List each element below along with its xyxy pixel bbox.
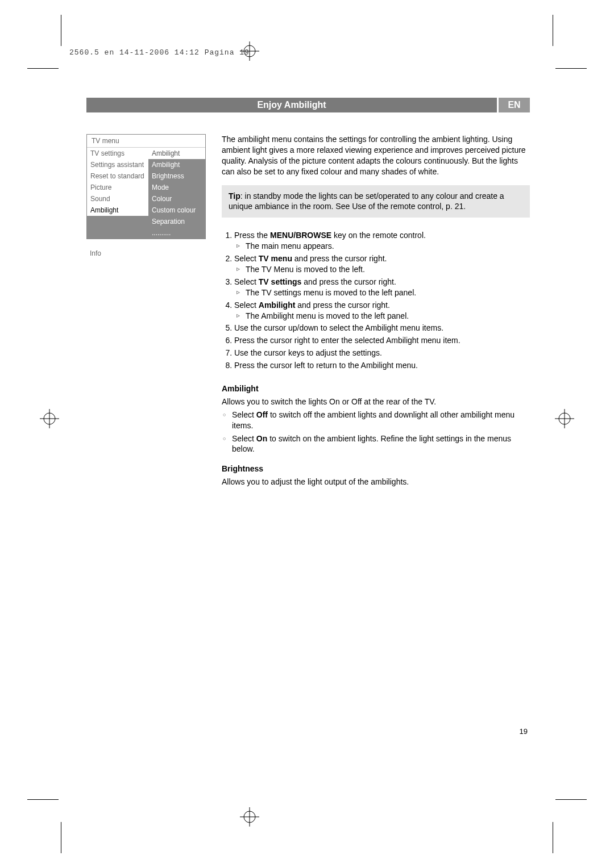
registration-mark-icon xyxy=(240,807,259,827)
info-label: Info xyxy=(90,249,206,257)
menu-item-ambilight-selected: Ambilight xyxy=(87,205,148,216)
submenu-item-more: .......... xyxy=(148,227,205,239)
step-1: Press the MENU/BROWSE key on the remote … xyxy=(234,230,530,252)
section-brightness-title: Brightness xyxy=(222,464,530,474)
submenu-item-mode: Mode xyxy=(148,182,205,193)
submenu-item-brightness: Brightness xyxy=(148,170,205,182)
step-3: Select TV settings and press the cursor … xyxy=(234,277,530,298)
step-4: Select Ambilight and press the cursor ri… xyxy=(234,300,530,322)
menu-item-reset: Reset to standard xyxy=(87,170,148,182)
opt-off: Select Off to switch off the ambient lig… xyxy=(232,410,530,431)
submenu-header: Ambilight xyxy=(148,148,205,159)
section-brightness-intro: Allows you to adjust the light output of… xyxy=(222,477,530,487)
ambilight-options: Select Off to switch off the ambient lig… xyxy=(222,410,530,455)
section-ambilight-title: Ambilight xyxy=(222,383,530,394)
language-tag: EN xyxy=(499,98,530,112)
step-2: Select TV menu and press the cursor righ… xyxy=(234,253,530,275)
tip-box: Tip: in standby mode the lights can be s… xyxy=(222,185,530,218)
menu-empty xyxy=(87,227,148,239)
step-7: Use the cursor keys to adjust the settin… xyxy=(234,348,530,358)
menu-item-settings-assistant: Settings assistant xyxy=(87,159,148,170)
document-meta: 2560.5 en 14-11-2006 14:12 Pagina 19 xyxy=(69,48,250,57)
tip-body: : in standby mode the lights can be set/… xyxy=(229,191,504,211)
intro-text: The ambilight menu contains the settings… xyxy=(222,134,530,177)
submenu-item-ambilight: Ambilight xyxy=(148,159,205,170)
page-title: Enjoy Ambilight xyxy=(86,98,497,112)
steps-list: Press the MENU/BROWSE key on the remote … xyxy=(222,230,530,371)
tv-menu-panel: TV menu TV settings Ambilight Settings a… xyxy=(86,134,206,239)
title-bar: Enjoy Ambilight EN xyxy=(86,98,530,112)
page-number: 19 xyxy=(520,727,528,736)
submenu-item-colour: Colour xyxy=(148,193,205,205)
step-6: Press the cursor right to enter the sele… xyxy=(234,335,530,346)
step-8: Press the cursor left to return to the A… xyxy=(234,360,530,371)
registration-mark-icon xyxy=(555,409,574,428)
step-5: Use the cursor up/down to select the Amb… xyxy=(234,323,530,333)
menu-empty xyxy=(87,216,148,227)
menu-header: TV menu xyxy=(87,135,205,148)
registration-mark-icon xyxy=(40,409,59,428)
opt-on: Select On to switch on the ambient light… xyxy=(232,433,530,455)
submenu-item-separation: Separation xyxy=(148,216,205,227)
menu-item-picture: Picture xyxy=(87,182,148,193)
section-ambilight-intro: Allows you to switch the lights On or Of… xyxy=(222,397,530,407)
menu-item-tv-settings: TV settings xyxy=(87,148,148,159)
menu-item-sound: Sound xyxy=(87,193,148,205)
submenu-item-custom-colour: Custom colour xyxy=(148,205,205,216)
tip-label: Tip xyxy=(229,191,240,201)
